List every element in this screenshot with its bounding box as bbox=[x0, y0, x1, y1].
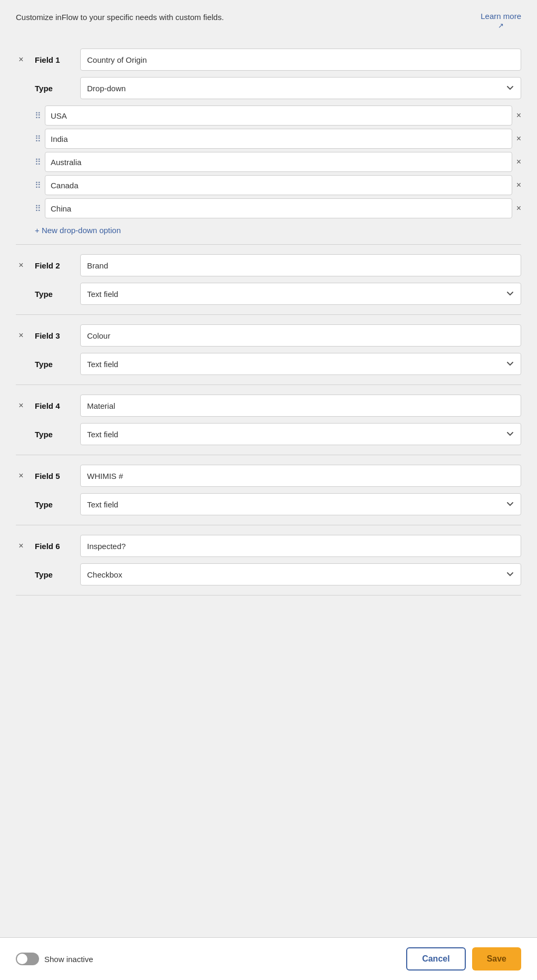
field-block-3: × Field 3 Type Text field Drop-down Chec… bbox=[16, 315, 521, 385]
option-remove-canada[interactable]: × bbox=[516, 181, 521, 189]
option-input-usa[interactable] bbox=[45, 105, 512, 126]
field-3-name-input[interactable] bbox=[80, 324, 521, 347]
fields-container: × Field 1 Type Drop-down Text field Chec… bbox=[0, 39, 537, 766]
field-6-type-row: Type Checkbox Text field Drop-down Numbe… bbox=[16, 563, 521, 585]
field-2-name-row: × Field 2 bbox=[16, 254, 521, 276]
top-banner: Customize inFlow to your specific needs … bbox=[0, 0, 537, 39]
option-row-china: ⠿ × bbox=[35, 198, 521, 218]
field-5-type-select[interactable]: Text field Drop-down Checkbox Number Dat… bbox=[80, 493, 521, 515]
field-block-2: × Field 2 Type Text field Drop-down Chec… bbox=[16, 245, 521, 315]
field-4-delete-button[interactable]: × bbox=[16, 401, 26, 410]
footer-bar: Show inactive Cancel Save bbox=[0, 937, 537, 980]
show-inactive-area: Show inactive bbox=[16, 953, 93, 965]
field-1-type-select[interactable]: Drop-down Text field Checkbox Number Dat… bbox=[80, 77, 521, 99]
field-2-label: Field 2 bbox=[35, 261, 72, 270]
field-6-label: Field 6 bbox=[35, 542, 72, 551]
add-option-button[interactable]: + New drop-down option bbox=[35, 222, 521, 235]
field-4-name-input[interactable] bbox=[80, 395, 521, 417]
field-5-type-row: Type Text field Drop-down Checkbox Numbe… bbox=[16, 493, 521, 515]
banner-text: Customize inFlow to your specific needs … bbox=[16, 12, 224, 24]
field-2-type-row: Type Text field Drop-down Checkbox Numbe… bbox=[16, 283, 521, 305]
option-row-canada: ⠿ × bbox=[35, 175, 521, 195]
option-remove-india[interactable]: × bbox=[516, 134, 521, 143]
option-row-usa: ⠿ × bbox=[35, 105, 521, 126]
page-wrapper: Customize inFlow to your specific needs … bbox=[0, 0, 537, 980]
toggle-knob bbox=[17, 954, 27, 964]
field-1-name-row: × Field 1 bbox=[16, 49, 521, 71]
save-button[interactable]: Save bbox=[472, 947, 521, 971]
field-3-type-select[interactable]: Text field Drop-down Checkbox Number Dat… bbox=[80, 353, 521, 375]
field-1-dropdown-options: ⠿ × ⠿ × ⠿ × ⠿ × bbox=[16, 105, 521, 235]
drag-handle-usa[interactable]: ⠿ bbox=[35, 111, 41, 121]
field-block-6: × Field 6 Type Checkbox Text field Drop-… bbox=[16, 525, 521, 595]
field-6-name-row: × Field 6 bbox=[16, 535, 521, 557]
field-4-type-label: Type bbox=[35, 430, 72, 439]
show-inactive-label: Show inactive bbox=[44, 955, 93, 964]
field-3-label: Field 3 bbox=[35, 331, 72, 340]
field-5-label: Field 5 bbox=[35, 472, 72, 481]
field-1-name-input[interactable] bbox=[80, 49, 521, 71]
cancel-button[interactable]: Cancel bbox=[406, 947, 465, 971]
option-input-china[interactable] bbox=[45, 198, 512, 218]
field-2-type-select[interactable]: Text field Drop-down Checkbox Number Dat… bbox=[80, 283, 521, 305]
learn-more-link[interactable]: Learn more bbox=[481, 12, 521, 21]
drag-handle-india[interactable]: ⠿ bbox=[35, 134, 41, 144]
field-1-delete-button[interactable]: × bbox=[16, 55, 26, 64]
field-1-type-label: Type bbox=[35, 84, 72, 93]
option-remove-china[interactable]: × bbox=[516, 204, 521, 213]
option-remove-australia[interactable]: × bbox=[516, 158, 521, 166]
field-3-type-row: Type Text field Drop-down Checkbox Numbe… bbox=[16, 353, 521, 375]
field-6-type-select[interactable]: Checkbox Text field Drop-down Number Dat… bbox=[80, 563, 521, 585]
field-3-delete-button[interactable]: × bbox=[16, 331, 26, 340]
drag-handle-australia[interactable]: ⠿ bbox=[35, 157, 41, 167]
footer-buttons: Cancel Save bbox=[406, 947, 521, 971]
field-5-name-row: × Field 5 bbox=[16, 465, 521, 487]
add-option-label: + New drop-down option bbox=[35, 226, 121, 235]
field-4-name-row: × Field 4 bbox=[16, 395, 521, 417]
field-4-type-select[interactable]: Text field Drop-down Checkbox Number Dat… bbox=[80, 423, 521, 445]
field-3-name-row: × Field 3 bbox=[16, 324, 521, 347]
field-5-name-input[interactable] bbox=[80, 465, 521, 487]
field-3-type-label: Type bbox=[35, 360, 72, 369]
option-row-india: ⠿ × bbox=[35, 129, 521, 149]
option-row-australia: ⠿ × bbox=[35, 152, 521, 172]
learn-more-area[interactable]: Learn more ↗ bbox=[481, 12, 521, 30]
field-1-label: Field 1 bbox=[35, 55, 72, 64]
field-1-type-row: Type Drop-down Text field Checkbox Numbe… bbox=[16, 77, 521, 99]
field-6-type-label: Type bbox=[35, 570, 72, 579]
field-4-type-row: Type Text field Drop-down Checkbox Numbe… bbox=[16, 423, 521, 445]
field-5-delete-button[interactable]: × bbox=[16, 472, 26, 480]
option-input-canada[interactable] bbox=[45, 175, 512, 195]
field-block-5: × Field 5 Type Text field Drop-down Chec… bbox=[16, 455, 521, 525]
field-2-delete-button[interactable]: × bbox=[16, 261, 26, 270]
option-remove-usa[interactable]: × bbox=[516, 111, 521, 120]
drag-handle-canada[interactable]: ⠿ bbox=[35, 180, 41, 190]
field-4-label: Field 4 bbox=[35, 401, 72, 410]
field-6-delete-button[interactable]: × bbox=[16, 542, 26, 550]
field-6-name-input[interactable] bbox=[80, 535, 521, 557]
field-5-type-label: Type bbox=[35, 500, 72, 509]
option-input-india[interactable] bbox=[45, 129, 512, 149]
field-2-name-input[interactable] bbox=[80, 254, 521, 276]
drag-handle-china[interactable]: ⠿ bbox=[35, 204, 41, 214]
field-block-1: × Field 1 Type Drop-down Text field Chec… bbox=[16, 39, 521, 245]
field-2-type-label: Type bbox=[35, 290, 72, 299]
show-inactive-toggle[interactable] bbox=[16, 953, 39, 965]
external-link-icon: ↗ bbox=[498, 22, 504, 30]
option-input-australia[interactable] bbox=[45, 152, 512, 172]
field-block-4: × Field 4 Type Text field Drop-down Chec… bbox=[16, 385, 521, 455]
